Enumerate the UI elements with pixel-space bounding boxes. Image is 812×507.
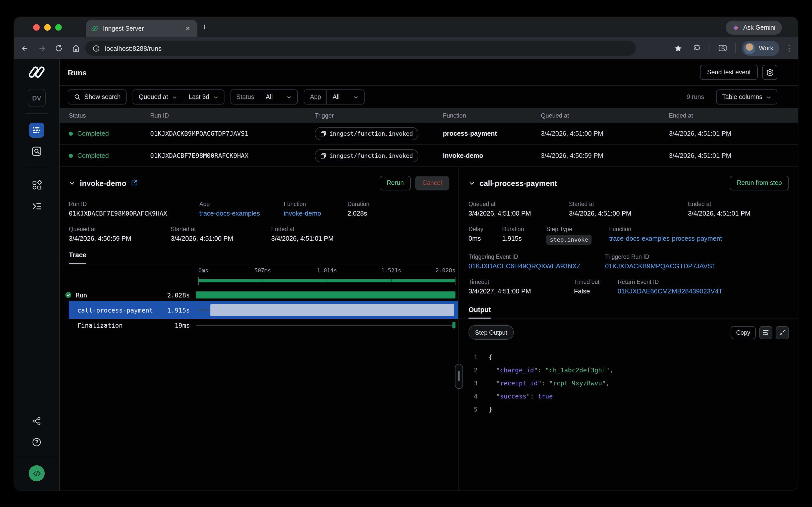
window-controls[interactable] bbox=[33, 24, 62, 31]
tab-favicon-inngest-logo-icon bbox=[91, 25, 99, 32]
app-label: App bbox=[199, 201, 284, 207]
gear-icon bbox=[765, 68, 774, 77]
panel-resize-handle[interactable] bbox=[455, 364, 463, 389]
app-filter-value: All bbox=[333, 94, 340, 101]
apps-icon bbox=[32, 180, 42, 190]
browser-tabstrip: Inngest Server ✕ + Ask Gemini bbox=[14, 17, 798, 37]
dev-tools-button[interactable] bbox=[28, 465, 45, 482]
column-header-queued-at: Queued at bbox=[541, 112, 669, 119]
tab-close-icon[interactable]: ✕ bbox=[183, 24, 192, 33]
ended-at-value: 3/4/2026, 4:51:01 PM bbox=[669, 130, 798, 137]
span-bar-finalization[interactable] bbox=[452, 322, 455, 328]
browser-profile-button[interactable]: Work bbox=[742, 41, 779, 56]
span-bar-run[interactable] bbox=[196, 291, 455, 298]
zoom-window-button[interactable] bbox=[55, 24, 62, 31]
step-duration-label: Duration bbox=[502, 226, 546, 232]
cancel-button[interactable]: Cancel bbox=[415, 176, 449, 190]
table-row[interactable]: Completed 01KJXDACKB9MPQACGTDP7JAVS1 inn… bbox=[60, 123, 798, 145]
span-bar-call-process-payment[interactable] bbox=[210, 304, 454, 316]
browser-tab[interactable]: Inngest Server ✕ bbox=[86, 20, 197, 37]
rerun-from-step-button[interactable]: Rerun from step bbox=[730, 176, 789, 190]
sidebar-item-help[interactable] bbox=[29, 435, 44, 450]
sidebar-divider bbox=[14, 458, 59, 458]
show-search-button[interactable]: Show search bbox=[68, 90, 127, 105]
trace-span-run[interactable]: Run 2.028s bbox=[60, 289, 458, 301]
step-type-badge: step.invoke bbox=[546, 235, 591, 245]
step-output-tab-pill[interactable]: Step Output bbox=[469, 325, 514, 340]
site-info-icon[interactable] bbox=[92, 45, 100, 52]
url-text[interactable]: localhost:8288/runs bbox=[105, 45, 162, 52]
step-output-code[interactable]: 1{2 "charge_id": "ch_1abc2def3ghi",3 "re… bbox=[458, 340, 798, 416]
environment-badge[interactable]: DV bbox=[27, 89, 46, 107]
expand-output-button[interactable] bbox=[776, 326, 789, 339]
tab-title: Inngest Server bbox=[103, 25, 183, 32]
column-header-trigger: Trigger bbox=[315, 112, 443, 119]
sidebar-item-runs[interactable] bbox=[29, 123, 44, 138]
forward-icon[interactable] bbox=[35, 42, 48, 55]
bookmark-star-icon[interactable] bbox=[671, 42, 684, 55]
tab-trace[interactable]: Trace bbox=[69, 251, 86, 264]
sidebar-item-event-search[interactable] bbox=[29, 144, 44, 159]
settings-button[interactable] bbox=[762, 65, 777, 80]
tab-output[interactable]: Output bbox=[469, 306, 491, 319]
minimize-window-button[interactable] bbox=[44, 24, 51, 31]
ask-gemini-button[interactable]: Ask Gemini bbox=[726, 20, 782, 35]
status-filter-value: All bbox=[266, 94, 273, 101]
axis-tick: 1.014s bbox=[317, 267, 337, 274]
copy-button[interactable]: Copy bbox=[731, 326, 756, 339]
close-window-button[interactable] bbox=[33, 24, 40, 31]
reload-icon[interactable] bbox=[52, 42, 65, 55]
timeout-label: Timeout bbox=[469, 279, 574, 285]
queued-at-value: 3/4/2026, 4:50:59 PM bbox=[69, 235, 171, 242]
return-event-id-link[interactable]: 01KJXDAE66CMZMB28439023V4T bbox=[618, 287, 788, 295]
send-test-event-button[interactable]: Send test event bbox=[700, 65, 758, 80]
app-filter-dropdown[interactable]: All bbox=[327, 90, 364, 104]
url-bar[interactable]: localhost:8288/runs bbox=[85, 41, 636, 56]
table-columns-button[interactable]: Table columns bbox=[716, 90, 777, 105]
status-filter-dropdown[interactable]: All bbox=[260, 90, 297, 104]
function-name: invoke-demo bbox=[443, 152, 541, 159]
app-link[interactable]: trace-docs-examples bbox=[199, 210, 284, 217]
function-link[interactable]: invoke-demo bbox=[284, 210, 348, 217]
back-icon[interactable] bbox=[18, 42, 31, 55]
word-wrap-button[interactable] bbox=[759, 326, 772, 339]
triggered-run-id-link[interactable]: 01KJXDACKB9MPQACGTDP7JAVS1 bbox=[605, 262, 788, 270]
trigger-badge[interactable]: inngest/function.invoked bbox=[315, 127, 418, 140]
function-name: process-payment bbox=[443, 130, 541, 137]
sidebar-item-share[interactable] bbox=[29, 413, 44, 429]
sidebar-item-apps[interactable] bbox=[29, 177, 44, 192]
trace-span-finalization[interactable]: Finalization 19ms bbox=[60, 319, 458, 331]
collapse-step-chevron-icon[interactable] bbox=[469, 180, 475, 186]
rerun-button[interactable]: Rerun bbox=[380, 176, 411, 190]
collapse-run-chevron-icon[interactable] bbox=[69, 180, 75, 186]
open-run-external-link-icon[interactable] bbox=[130, 179, 137, 186]
trace-span-call-process-payment[interactable]: call-process-payment 1.915s bbox=[69, 301, 458, 319]
browser-menu-icon[interactable]: ⋮ bbox=[786, 44, 793, 53]
delay-label: Delay bbox=[469, 226, 502, 232]
queued-at-value: 3/4/2026, 4:50:59 PM bbox=[541, 152, 669, 159]
table-row[interactable]: Completed 01KJXDACBF7E98M00RAFCK9HAX inn… bbox=[60, 145, 798, 167]
queued-at-label: Queued at bbox=[69, 226, 171, 232]
search-side-panel-icon[interactable] bbox=[716, 42, 729, 55]
home-icon[interactable] bbox=[69, 42, 82, 55]
axis-tick: 1.521s bbox=[381, 267, 401, 274]
page-title: Runs bbox=[68, 68, 700, 77]
step-function-link[interactable]: trace-docs-examples-process-payment bbox=[609, 235, 788, 242]
trigger-badge[interactable]: inngest/function.invoked bbox=[315, 149, 418, 162]
new-tab-button[interactable]: + bbox=[202, 22, 207, 32]
started-at-value: 3/4/2026, 4:51:00 PM bbox=[171, 235, 271, 242]
time-range-dropdown[interactable]: Last 3d bbox=[183, 90, 224, 104]
time-field-dropdown[interactable]: Queued at bbox=[133, 90, 183, 104]
step-function-label: Function bbox=[609, 226, 788, 232]
run-id: 01KJXDACKB9MPQACGTDP7JAVS1 bbox=[150, 130, 315, 137]
extensions-icon[interactable] bbox=[690, 42, 703, 55]
minimap-divider bbox=[263, 279, 263, 282]
started-at-label: Started at bbox=[171, 226, 271, 232]
chevron-down-icon bbox=[172, 94, 177, 100]
trace-minimap[interactable] bbox=[198, 277, 455, 285]
sidebar-item-dev-server[interactable] bbox=[29, 199, 44, 214]
show-search-label: Show search bbox=[84, 94, 121, 101]
app-filter: App All bbox=[304, 90, 365, 105]
search-panel-icon bbox=[31, 146, 42, 157]
triggering-event-id-link[interactable]: 01KJXDACEC6H49QRQXWEA93NXZ bbox=[469, 262, 605, 270]
